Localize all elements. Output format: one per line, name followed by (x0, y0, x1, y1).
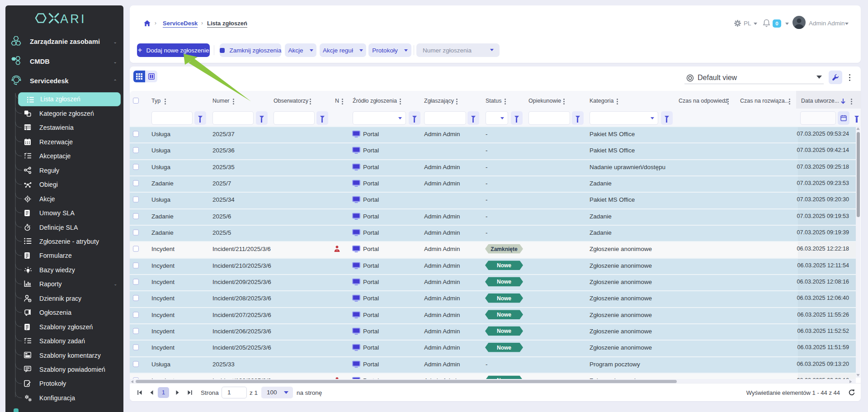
svg-text:ARI: ARI (60, 12, 86, 25)
